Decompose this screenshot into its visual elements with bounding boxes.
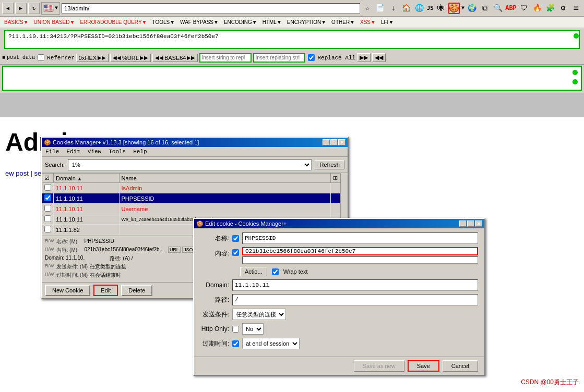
row-checkbox[interactable] — [44, 205, 51, 212]
abp-icon[interactable]: ABP — [505, 3, 517, 14]
cookie-window-menubar: File Edit View Tools Help — [42, 147, 348, 157]
name-cell-selected: PHPSESSID — [119, 193, 330, 204]
shield-icon[interactable]: 🛡 — [518, 3, 530, 14]
back-button[interactable]: ◀ — [2, 3, 14, 14]
spider-icon[interactable]: 🕷 — [435, 3, 447, 14]
table-row[interactable]: 11.1.10.11 IsAdmin — [42, 183, 340, 193]
puzzle-icon[interactable]: 🧩 — [544, 3, 556, 14]
globe2-icon[interactable]: 🌍 — [466, 3, 478, 14]
help-menu[interactable]: Help — [132, 148, 148, 155]
minimize-button[interactable]: _ — [323, 139, 330, 145]
save-button[interactable]: Save — [408, 360, 439, 372]
address-bar[interactable] — [62, 3, 360, 14]
edit-menu[interactable]: Edit — [65, 148, 81, 155]
delete-button[interactable]: Delete — [121, 285, 152, 296]
expire-checkbox[interactable] — [232, 340, 239, 347]
menu-xss[interactable]: XSS▼ — [358, 19, 378, 26]
base64-button[interactable]: ◀◀ BASE64 ▶▶ — [152, 54, 198, 62]
edit-close-button[interactable]: ✕ — [475, 220, 482, 227]
file-menu[interactable]: File — [44, 148, 61, 155]
table-row[interactable]: 11.1.10.11 Username — [42, 204, 340, 214]
menu-union[interactable]: UNION BASED▼ — [32, 19, 77, 26]
menu-other[interactable]: OTHER▼ — [329, 19, 357, 26]
name-row: 名称: — [200, 232, 478, 244]
home-icon[interactable]: 🏠 — [401, 3, 412, 14]
post-data-label: post data — [7, 55, 35, 60]
forward-button[interactable]: ▶ — [15, 3, 27, 14]
insert-replacing-input[interactable] — [253, 53, 305, 63]
maximize-button[interactable]: □ — [330, 139, 338, 145]
referrer-checkbox[interactable] — [38, 54, 44, 61]
fire-icon[interactable]: 🔥 — [531, 3, 543, 14]
zoom-icon[interactable]: 🔍 — [492, 3, 504, 14]
edit-button[interactable]: Edit — [93, 285, 118, 296]
row-checkbox-selected[interactable] — [44, 194, 51, 201]
replace-arrow-right[interactable]: ▶▶ — [357, 53, 371, 62]
wrap-text-label: Wrap text — [283, 268, 308, 275]
wrap-text-checkbox[interactable] — [272, 268, 279, 275]
replace-all-checkbox[interactable] — [308, 54, 315, 61]
page-icon[interactable]: 📄 — [375, 3, 386, 14]
edit-maximize-button[interactable]: □ — [467, 220, 474, 227]
csdn-watermark: CSDN @00勇士王子 — [521, 378, 579, 387]
url-encode-btn[interactable]: URL — [168, 247, 181, 253]
refresh-button[interactable]: Refresh — [315, 160, 344, 169]
save-as-new-button[interactable]: Save as new — [354, 360, 404, 372]
url-button[interactable]: ◀◀ %URL ▶▶ — [110, 54, 151, 62]
domain-col-header[interactable]: Domain ▲ — [54, 174, 120, 183]
expire-field-label: 过期时间: — [200, 339, 229, 348]
row-checkbox[interactable] — [44, 226, 51, 232]
insert-string-input[interactable] — [199, 53, 252, 63]
content-field[interactable] — [242, 247, 478, 255]
menu-waf[interactable]: WAF BYPASS▼ — [178, 19, 221, 26]
menu-lfi[interactable]: LFI▼ — [379, 19, 396, 26]
http-only-select[interactable]: No — [242, 323, 264, 335]
js-icon[interactable]: JS — [427, 5, 434, 11]
row-checkbox[interactable] — [44, 215, 51, 222]
actions-dropdown-button[interactable]: Actio... — [240, 267, 267, 276]
settings-icon[interactable]: ⚙ — [557, 3, 569, 14]
bookmark-icon[interactable]: ☆ — [362, 3, 373, 14]
name-field[interactable] — [242, 232, 478, 244]
http-only-checkbox[interactable] — [232, 326, 239, 333]
detail-expire-label: 过期时间: (M) — [56, 272, 88, 279]
cancel-button[interactable]: Cancel — [443, 360, 478, 372]
cookie-icon[interactable]: 🍪 — [448, 3, 460, 14]
globe-icon[interactable]: 🌐 — [414, 3, 425, 14]
post-data-icon: ■ — [2, 55, 5, 60]
reload-button[interactable]: ↻ — [28, 3, 40, 14]
new-cookie-button[interactable]: New Cookie — [45, 285, 90, 296]
referrer-label: Referrer — [47, 55, 75, 61]
row-checkbox[interactable] — [44, 184, 51, 191]
ssl-indicator-2 — [573, 70, 578, 75]
edit-minimize-button[interactable]: _ — [459, 220, 467, 227]
download-icon[interactable]: ↓ — [388, 3, 399, 14]
domain-field[interactable] — [232, 279, 478, 291]
hex-button[interactable]: 0xHEX ▶▶ — [76, 54, 109, 62]
menu-encoding[interactable]: ENCODING▼ — [222, 19, 259, 26]
tools-menu[interactable]: Tools — [107, 148, 127, 155]
expire-select[interactable]: at end of session — [242, 338, 300, 349]
menu-icon[interactable]: ≡ — [570, 3, 582, 14]
name-checkbox[interactable] — [232, 235, 239, 242]
menu-error[interactable]: ERROR/DOUBLE QUERY▼ — [78, 19, 149, 26]
replace-arrow-left[interactable]: ◀◀ — [372, 53, 386, 62]
ssl-indicator — [574, 33, 579, 39]
nav-menu-bar: BASICS▼ UNION BASED▼ ERROR/DOUBLE QUERY▼… — [0, 17, 584, 28]
menu-html[interactable]: HTML▼ — [260, 19, 284, 26]
view-menu[interactable]: View — [86, 148, 103, 155]
copy-icon[interactable]: ⧉ — [479, 3, 491, 14]
table-row[interactable]: 11.1.10.11 PHPSESSID — [42, 193, 340, 204]
search-input[interactable]: 1% — [68, 159, 312, 170]
content-field-2[interactable] — [242, 256, 478, 264]
close-button[interactable]: ✕ — [338, 139, 345, 145]
menu-tools[interactable]: TOOLS▼ — [150, 19, 177, 26]
path-field[interactable] — [232, 294, 478, 305]
name-field-label: 名称: — [200, 234, 229, 243]
name-col-header[interactable]: Name — [119, 174, 330, 183]
menu-encryption[interactable]: ENCRYPTION▼ — [285, 19, 328, 26]
send-condition-select[interactable]: 任意类型的连接 — [232, 309, 286, 320]
domain-cell: 11.1.1.82 — [54, 225, 120, 235]
menu-basics[interactable]: BASICS▼ — [2, 19, 31, 26]
content-checkbox[interactable] — [232, 249, 239, 256]
